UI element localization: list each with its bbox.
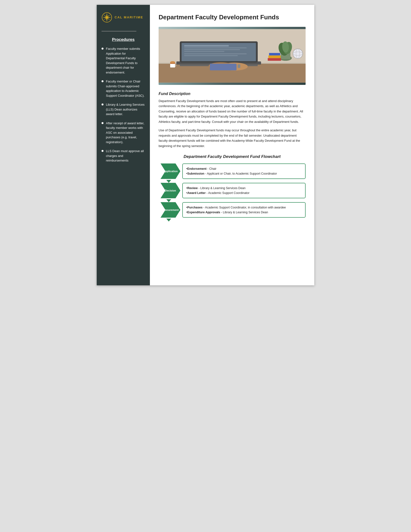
connector-arrow bbox=[166, 199, 306, 202]
svg-rect-22 bbox=[184, 49, 240, 50]
svg-marker-39 bbox=[166, 218, 171, 221]
flowchart-section: Department Faculty Development Fund Flow… bbox=[159, 154, 306, 221]
flow-content-item: •Expenditure Approvals - Library & Learn… bbox=[186, 210, 302, 215]
list-item-text: Library & Learning Services (LLS) Dean a… bbox=[106, 102, 145, 116]
list-item-text: After receipt of award letter, faculty m… bbox=[106, 121, 145, 145]
flowchart-title: Department Faculty Development Fund Flow… bbox=[159, 154, 306, 159]
flow-content-decision: •Review - Library & Learning Services De… bbox=[182, 183, 306, 198]
svg-point-14 bbox=[293, 49, 303, 59]
list-item: After receipt of award letter, faculty m… bbox=[102, 121, 145, 145]
svg-rect-21 bbox=[184, 48, 247, 48]
bullet-icon bbox=[102, 48, 103, 50]
flowchart-row-application: Application •Endorsement - Chair •Submis… bbox=[159, 163, 306, 179]
flowchart: Application •Endorsement - Chair •Submis… bbox=[159, 163, 306, 221]
connector-arrow bbox=[166, 180, 306, 183]
page-title: Department Faculty Development Funds bbox=[159, 14, 306, 21]
svg-marker-37 bbox=[166, 199, 171, 202]
hero-illustration bbox=[159, 27, 306, 85]
svg-rect-25 bbox=[184, 55, 238, 56]
bullet-icon bbox=[102, 104, 103, 105]
list-item: Library & Learning Services (LLS) Dean a… bbox=[102, 102, 145, 116]
bullet-icon bbox=[102, 122, 103, 124]
logo-text: CAL MARITIME bbox=[115, 16, 143, 19]
flow-label-procurement: Procurement bbox=[159, 202, 180, 218]
svg-rect-23 bbox=[184, 51, 224, 52]
flowchart-row-procurement: Procurement •Purchases - Academic Suppor… bbox=[159, 202, 306, 218]
flow-chevron-procurement: Procurement bbox=[160, 202, 180, 218]
flow-content-item: •Award Letter - Academic Support Coordin… bbox=[186, 190, 302, 195]
flow-content-procurement: •Purchases - Academic Support Coordinato… bbox=[182, 202, 306, 218]
list-item-text: Faculty member submits Application for D… bbox=[106, 47, 145, 75]
sidebar-divider bbox=[102, 31, 136, 31]
bullet-icon bbox=[102, 150, 103, 152]
flow-content-item: •Review - Library & Learning Services De… bbox=[186, 186, 302, 190]
list-item: Faculty member or Chair submits Chair-ap… bbox=[102, 79, 145, 98]
cal-maritime-logo-icon bbox=[102, 12, 112, 23]
flow-chevron-decision: Decision bbox=[160, 183, 180, 198]
connector-bottom-arrow bbox=[166, 218, 306, 221]
svg-rect-24 bbox=[184, 53, 247, 54]
procedures-title: Procedures bbox=[102, 37, 145, 42]
fund-description-title: Fund Description bbox=[159, 92, 306, 96]
svg-point-2 bbox=[106, 17, 108, 18]
list-item: Faculty member submits Application for D… bbox=[102, 47, 145, 75]
flow-label-application: Application bbox=[159, 163, 180, 179]
svg-rect-13 bbox=[269, 53, 280, 55]
svg-rect-11 bbox=[268, 58, 281, 61]
logo-area: CAL MARITIME bbox=[102, 12, 145, 23]
flowchart-row-decision: Decision •Review - Library & Learning Se… bbox=[159, 183, 306, 198]
fund-description-p2: Use of Department Faculty Development fu… bbox=[159, 128, 306, 149]
list-item-text: LLS Dean must approve all charges and re… bbox=[106, 149, 145, 163]
svg-rect-12 bbox=[268, 55, 281, 58]
fund-description-p1: Department Faculty Development funds are… bbox=[159, 98, 306, 124]
list-item: LLS Dean must approve all charges and re… bbox=[102, 149, 145, 163]
flow-content-item: •Endorsement - Chair bbox=[186, 166, 302, 171]
flow-chevron-application: Application bbox=[160, 163, 180, 179]
svg-rect-20 bbox=[184, 45, 229, 47]
list-item-text: Faculty member or Chair submits Chair-ap… bbox=[106, 79, 145, 98]
flow-content-item: •Submission - Applicant or Chair, to Aca… bbox=[186, 171, 302, 176]
bullet-icon bbox=[102, 80, 103, 82]
svg-rect-29 bbox=[210, 64, 237, 70]
main-content: Department Faculty Development Funds bbox=[150, 5, 314, 285]
flow-content-item: •Purchases - Academic Support Coordinato… bbox=[186, 205, 302, 210]
svg-marker-36 bbox=[160, 183, 180, 198]
flow-label-decision: Decision bbox=[159, 183, 180, 198]
fund-description-section: Fund Description Department Faculty Deve… bbox=[159, 92, 306, 149]
svg-marker-38 bbox=[160, 202, 180, 218]
procedures-list: Faculty member submits Application for D… bbox=[102, 47, 145, 167]
page: CAL MARITIME Procedures Faculty member s… bbox=[97, 5, 314, 285]
svg-marker-35 bbox=[166, 180, 171, 183]
flow-content-application: •Endorsement - Chair •Submission - Appli… bbox=[182, 163, 306, 179]
sidebar: CAL MARITIME Procedures Faculty member s… bbox=[97, 5, 150, 285]
hero-image bbox=[159, 27, 306, 85]
svg-rect-30 bbox=[238, 64, 240, 68]
svg-point-33 bbox=[170, 61, 175, 63]
svg-marker-34 bbox=[160, 163, 180, 179]
